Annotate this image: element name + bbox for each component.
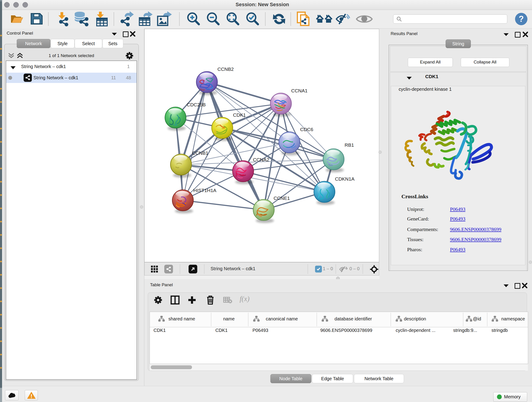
svg-text:CCNB1: CCNB1: [192, 150, 208, 156]
svg-text:CDK1: CDK1: [233, 112, 246, 118]
svg-text:CDC6: CDC6: [300, 127, 313, 132]
svg-text:CCNB2: CCNB2: [217, 66, 234, 72]
svg-text:CCNE1: CCNE1: [273, 196, 290, 201]
svg-text:RB1: RB1: [345, 142, 354, 148]
svg-text:CCNA1: CCNA1: [291, 88, 307, 93]
svg-text:?: ?: [519, 14, 524, 24]
svg-text:HIST1H1A: HIST1H1A: [193, 188, 216, 193]
svg-text:CCNA2: CCNA2: [253, 157, 269, 162]
svg-text:CDKN1A: CDKN1A: [335, 176, 355, 182]
svg-text:CDC25B: CDC25B: [187, 102, 206, 107]
